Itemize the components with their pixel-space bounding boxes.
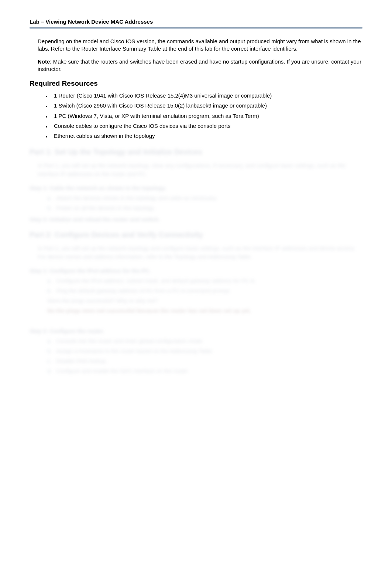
part1-heading-blurred: Part 1: Set Up the Topology and Initiali… [30, 148, 362, 156]
list-item: 1 Switch (Cisco 2960 with Cisco IOS Rele… [46, 102, 362, 109]
list-item: Console cables to configure the Cisco IO… [46, 122, 362, 130]
list-item: 1 Router (Cisco 1941 with Cisco IOS Rele… [46, 92, 362, 99]
lab-title: Lab – Viewing Network Device MAC Address… [30, 18, 362, 25]
step4-a-blurred: a.Console into the router and enter glob… [47, 338, 362, 344]
step3-question-blurred: Were the pings successful? Why or why no… [47, 297, 362, 304]
step4-b-blurred: b.Assign a hostname to the router based … [47, 348, 362, 354]
note-text: : Make sure that the routers and switche… [38, 58, 361, 72]
step2-heading-blurred: Step 2: Initialize and reload the router… [30, 216, 362, 222]
header-divider [30, 27, 362, 29]
step3-a-blurred: a.Configure the IPv4 address, subnet mas… [47, 278, 362, 284]
part1-paragraph-blurred: In Part 1, you will set up the network t… [38, 161, 362, 178]
step1-b-blurred: b.Power on all the devices in the topolo… [47, 205, 362, 211]
required-resources-heading: Required Resources [30, 79, 362, 88]
step4-c-blurred: c.Disable DNS lookup. [47, 358, 362, 364]
intro-paragraph-1: Depending on the model and Cisco IOS ver… [38, 38, 362, 53]
step1-a-blurred: a.Attach the devices shown in the topolo… [47, 195, 362, 201]
step1-heading-blurred: Step 1: Cable the network as shown in th… [30, 185, 362, 191]
list-item: Ethernet cables as shown in the topology [46, 132, 362, 140]
step3-answer-blurred: No the pings were not successful because… [47, 307, 362, 314]
part2-heading-blurred: Part 2: Configure Devices and Verify Con… [30, 231, 362, 239]
step4-heading-blurred: Step 2: Configure the router. [30, 328, 362, 334]
required-resources-list: 1 Router (Cisco 1941 with Cisco IOS Rele… [46, 92, 362, 140]
intro-paragraph-note: Note: Make sure that the routers and swi… [38, 58, 362, 73]
blank-line-blurred [47, 317, 362, 323]
step3-b-blurred: b.Ping the default gateway address of R1… [47, 288, 362, 294]
part2-paragraph-blurred: In Part 2, you will set up the network t… [38, 244, 362, 261]
step4-d-blurred: d.Configure and enable the G0/1 interfac… [47, 368, 362, 374]
step3-heading-blurred: Step 1: Configure the IPv4 address for t… [30, 268, 362, 274]
note-label: Note [38, 58, 50, 65]
list-item: 1 PC (Windows 7, Vista, or XP with termi… [46, 112, 362, 120]
